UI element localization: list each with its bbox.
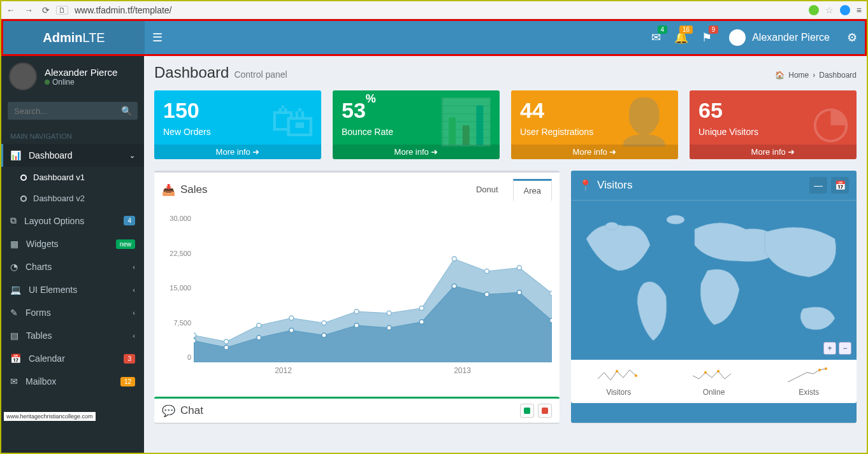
sidebar-item-dashboard[interactable]: 📊 Dashboard ⌄ — [1, 144, 144, 167]
tab-donut[interactable]: Donut — [465, 179, 509, 201]
svg-point-12 — [194, 338, 196, 343]
sidebar-item-label: Charts — [25, 262, 125, 272]
breadcrumb-current: Dashboard — [819, 71, 857, 80]
ext-icon-1[interactable] — [809, 5, 819, 15]
sidebar-item-charts[interactable]: ◔ Charts ‹ — [1, 255, 144, 278]
calendar-button[interactable]: 📅 — [831, 177, 849, 194]
svg-point-5 — [354, 309, 359, 314]
search-icon[interactable]: 🔍 — [121, 106, 132, 116]
svg-point-19 — [419, 320, 424, 324]
svg-point-7 — [419, 306, 424, 310]
page-subtitle: Control panel — [234, 69, 287, 80]
nav-header: MAIN NAVIGATION — [1, 125, 144, 144]
gear-icon[interactable]: ⚙ — [839, 31, 865, 45]
search-input[interactable] — [14, 106, 121, 116]
svg-point-10 — [517, 266, 521, 270]
ext-icon-2[interactable] — [840, 5, 850, 15]
sidebar-user-name: Alexander Pierce — [45, 67, 117, 78]
brand-logo[interactable]: AdminLTE — [3, 21, 145, 54]
sidebar-item-label: Layout Options — [24, 216, 116, 226]
svg-point-6 — [387, 311, 391, 315]
user-name: Alexander Pierce — [752, 32, 830, 43]
status-green-button[interactable] — [520, 404, 534, 418]
stat-value: 150 — [163, 98, 199, 122]
sidebar-item-ui[interactable]: 💻 UI Elements ‹ — [1, 278, 144, 301]
envelope-icon: ✉ — [10, 376, 18, 387]
svg-point-26 — [616, 370, 618, 372]
more-info-link[interactable]: More info ➜ — [154, 145, 321, 159]
sidebar-item-widgets[interactable]: ▦ Widgets new — [1, 232, 144, 255]
pie-icon: ◔ — [10, 262, 18, 272]
breadcrumb-sep: › — [813, 71, 815, 80]
svg-point-21 — [484, 292, 489, 297]
url-bar[interactable]: www.tfadmin.tf/template/ — [75, 5, 802, 15]
user-menu[interactable]: Alexander Pierce — [720, 29, 839, 46]
stat-new-orders: 150 New Orders 🛍 More info ➜ — [154, 90, 321, 159]
page-title: Dashboard — [154, 64, 229, 82]
svg-point-16 — [322, 333, 326, 337]
main-content: Dashboard Control panel 🏠 Home › Dashboa… — [144, 56, 867, 454]
bell-badge: 16 — [679, 25, 693, 34]
flag-icon[interactable]: ⚑9 — [694, 31, 720, 45]
collapse-button[interactable]: — — [809, 177, 827, 194]
svg-point-17 — [354, 323, 359, 328]
svg-point-30 — [818, 369, 821, 371]
svg-point-13 — [224, 345, 229, 350]
copy-icon: ⧉ — [10, 215, 17, 226]
tab-area[interactable]: Area — [513, 179, 552, 201]
badge: 4 — [124, 216, 135, 225]
home-icon[interactable]: 🏠 — [775, 71, 785, 80]
sidebar-sub-dashboard-v1[interactable]: Dashboard v1 — [1, 167, 144, 188]
sidebar-search[interactable]: 🔍 — [8, 102, 138, 120]
sidebar-item-calendar[interactable]: 📅 Calendar 3 — [1, 347, 144, 370]
star-icon[interactable]: ☆ — [825, 5, 834, 15]
svg-point-3 — [289, 316, 294, 320]
status-red-button[interactable] — [538, 404, 552, 418]
sidebar-toggle-button[interactable]: ☰ — [145, 31, 170, 45]
sidebar-item-tables[interactable]: ▤ Tables ‹ — [1, 324, 144, 347]
sidebar-item-layout[interactable]: ⧉ Layout Options 4 — [1, 209, 144, 232]
url-prefix-icon: 🗋 — [56, 6, 68, 15]
reload-icon[interactable]: ⟳ — [42, 5, 50, 15]
chevron-left-icon: ‹ — [133, 286, 135, 294]
world-map[interactable]: + − — [571, 201, 857, 360]
top-header: AdminLTE ☰ ✉4 🔔16 ⚑9 Alexander Pierce ⚙ — [3, 21, 865, 54]
svg-point-4 — [322, 321, 326, 325]
mail-icon[interactable]: ✉4 — [643, 31, 669, 45]
back-icon[interactable]: ← — [6, 5, 15, 15]
sidebar-item-forms[interactable]: ✎ Forms ‹ — [1, 301, 144, 324]
svg-point-22 — [517, 290, 521, 295]
breadcrumb-home[interactable]: Home — [788, 71, 809, 80]
sidebar-item-label: Dashboard v2 — [33, 194, 85, 203]
svg-point-25 — [667, 215, 684, 224]
user-plus-icon: 👤 — [616, 96, 672, 148]
bell-icon[interactable]: 🔔16 — [669, 31, 694, 45]
menu-icon[interactable]: ≡ — [857, 5, 862, 15]
stat-value: 65 — [698, 98, 723, 122]
sidebar-item-label: Forms — [25, 308, 125, 318]
svg-point-28 — [717, 370, 720, 372]
svg-point-2 — [257, 323, 261, 328]
sidebar-item-mailbox[interactable]: ✉ Mailbox 12 — [1, 370, 144, 393]
bars-icon: 📊 — [438, 96, 493, 148]
svg-point-18 — [387, 325, 391, 330]
sidebar-user-status[interactable]: Online — [45, 78, 117, 87]
sidebar-sub-dashboard-v2[interactable]: Dashboard v2 — [1, 188, 144, 209]
sales-chart: 30,00022,50015,0007,5000 20122013 — [162, 215, 552, 380]
page-header: Dashboard Control panel 🏠 Home › Dashboa… — [154, 64, 857, 82]
svg-point-11 — [550, 291, 553, 295]
mail-badge: 4 — [658, 25, 668, 34]
stat-row: 150 New Orders 🛍 More info ➜ 53% Bounce … — [154, 90, 857, 159]
forward-icon[interactable]: → — [24, 5, 33, 15]
chevron-left-icon: ‹ — [133, 309, 135, 316]
stat-suffix: % — [366, 92, 376, 105]
panel-title: Sales — [180, 183, 208, 196]
zoom-out-button[interactable]: − — [839, 342, 851, 355]
sidebar-item-label: UI Elements — [29, 285, 125, 295]
sidebar-item-label: Mailbox — [25, 376, 113, 387]
zoom-in-button[interactable]: + — [823, 342, 836, 355]
svg-point-15 — [289, 328, 294, 332]
map-svg — [571, 201, 857, 360]
svg-point-8 — [452, 257, 456, 261]
stat-user-reg: 44 User Registrations 👤 More info ➜ — [511, 90, 678, 159]
